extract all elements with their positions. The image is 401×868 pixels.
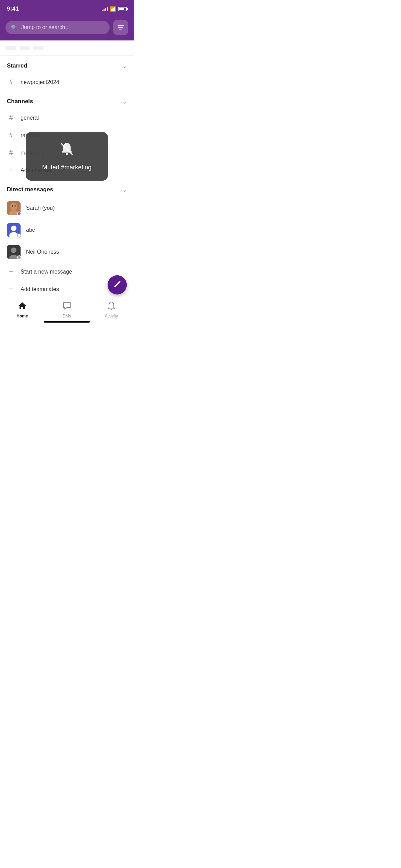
starred-section-header: Starred ⌄: [0, 56, 134, 73]
nav-item-home[interactable]: Home: [0, 300, 45, 320]
channel-item-general[interactable]: # general: [0, 109, 134, 126]
search-placeholder: Jump to or search...: [21, 24, 70, 31]
mute-toast: Muted #marketing: [26, 132, 108, 181]
filter-button[interactable]: [113, 20, 128, 35]
tabs-strip: [0, 40, 134, 56]
svg-point-12: [66, 153, 68, 155]
dm-title: Direct messages: [7, 186, 53, 193]
signal-icon: [102, 7, 108, 11]
home-indicator: [44, 321, 90, 323]
dm-chevron-icon[interactable]: ⌄: [122, 186, 127, 193]
hash-icon: #: [7, 78, 15, 86]
svg-point-7: [11, 226, 16, 231]
dm-name-abc: abc: [26, 227, 35, 233]
search-container: 🔍 Jump to or search...: [0, 16, 134, 40]
dm-item-abc[interactable]: abc: [0, 219, 134, 241]
tab-2[interactable]: [19, 46, 30, 50]
avatar-container-sarah: [7, 201, 21, 215]
mute-bell-icon: [59, 142, 74, 160]
channels-chevron-icon[interactable]: ⌄: [122, 98, 127, 105]
hash-icon: #: [7, 149, 15, 157]
status-bar: 9:41 📶: [0, 0, 134, 16]
tab-1[interactable]: [5, 46, 16, 50]
hash-icon: #: [7, 131, 15, 139]
toast-message: Muted #marketing: [42, 164, 92, 171]
starred-title: Starred: [7, 62, 27, 69]
add-teammates-plus-icon: +: [7, 285, 15, 293]
add-teammates-text: Add teammates: [21, 286, 59, 292]
tab-3[interactable]: [33, 46, 44, 50]
dm-item-neil[interactable]: Neil Oneness: [0, 241, 134, 263]
plus-icon: +: [7, 166, 15, 174]
starred-item-newproject2024[interactable]: # newproject2024: [0, 73, 134, 91]
status-icons: 📶: [102, 6, 127, 12]
avatar-container-neil: [7, 245, 21, 259]
hash-icon: #: [7, 114, 15, 122]
dm-name-sarah: Sarah (you): [26, 205, 55, 211]
dm-item-sarah[interactable]: Sarah (you): [0, 197, 134, 219]
status-dot-neil: [17, 255, 21, 260]
status-dot-abc: [17, 233, 21, 238]
nav-item-dms[interactable]: DMs: [45, 300, 89, 320]
starred-chevron-icon[interactable]: ⌄: [122, 63, 127, 69]
svg-point-10: [11, 248, 16, 253]
filter-icon: [118, 25, 124, 29]
channels-section-header: Channels ⌄: [0, 91, 134, 109]
wifi-icon: 📶: [110, 6, 116, 12]
svg-point-5: [14, 205, 16, 207]
status-dot-sarah: [17, 212, 21, 216]
nav-label-activity: Activity: [105, 314, 118, 318]
channel-name: newproject2024: [21, 79, 59, 85]
compose-icon: [113, 280, 121, 290]
dms-icon: [62, 301, 71, 312]
svg-point-4: [12, 205, 13, 207]
status-time: 9:41: [7, 5, 19, 12]
channel-name-general: general: [21, 115, 39, 121]
search-icon: 🔍: [11, 24, 18, 31]
search-bar[interactable]: 🔍 Jump to or search...: [5, 21, 110, 34]
battery-icon: [118, 7, 127, 11]
nav-label-dms: DMs: [63, 314, 71, 318]
new-message-plus-icon: +: [7, 268, 15, 276]
nav-label-home: Home: [16, 314, 28, 318]
activity-bell-icon: [107, 301, 116, 312]
svg-point-15: [111, 309, 112, 311]
avatar-container-abc: [7, 223, 21, 237]
channels-title: Channels: [7, 98, 33, 105]
compose-fab[interactable]: [108, 275, 127, 294]
new-message-text: Start a new message: [21, 269, 72, 275]
home-icon: [18, 301, 27, 312]
dm-section-header: Direct messages ⌄: [0, 179, 134, 197]
dm-name-neil: Neil Oneness: [26, 249, 59, 255]
nav-item-activity[interactable]: Activity: [89, 300, 134, 320]
svg-point-3: [10, 203, 17, 210]
